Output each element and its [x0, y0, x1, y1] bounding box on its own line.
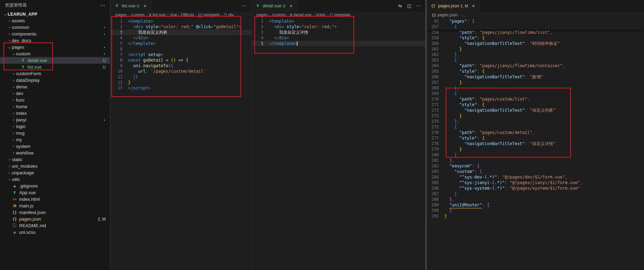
close-icon[interactable]: × [471, 3, 476, 9]
more-actions-icon[interactable]: ⋯ [100, 2, 105, 9]
vscode-window: 资源管理器 ⋯ ⌄LEARUN_APP›assets›common●›compo… [0, 0, 644, 270]
tree-item-workflow[interactable]: ›workflow [0, 150, 110, 156]
breadcrumb-item-pages[interactable]: pages [116, 13, 127, 17]
tree-item-system[interactable]: ›system [0, 143, 110, 150]
breadcrumb-item-pages[interactable]: pages [256, 13, 268, 17]
item-label: utils [12, 177, 20, 182]
tree-item-demo[interactable]: ›demo [0, 84, 110, 90]
tree-item-main-js[interactable]: JSmain.js [0, 202, 110, 209]
tree-item-dev-docs[interactable]: ›dev_docs [0, 37, 110, 44]
code-editor[interactable]: 42 "pages": [257 {258 "path": "pages/jia… [427, 18, 644, 219]
tree-item-unpackage[interactable]: ›unpackage [0, 169, 110, 176]
line-content: </script> [122, 85, 151, 91]
chevron-right-icon: › [7, 177, 12, 182]
breadcrumb-item-template[interactable]: {}template [198, 13, 220, 17]
code-line: 258 "path": "pages/jianyi/flowTime/list"… [427, 30, 644, 35]
breadcrumb-label: pages [256, 13, 268, 17]
vue-file-icon: V [20, 65, 26, 69]
chevron-right-icon: › [7, 25, 12, 30]
code-line: 4 </div> [252, 35, 425, 41]
tree-root-learun-app[interactable]: ⌄LEARUN_APP [0, 11, 110, 17]
tree-item-gitignore[interactable]: ◆.gitignore [0, 183, 110, 189]
tree-item-app-vue[interactable]: VApp.vue [0, 189, 110, 196]
tree-item-assets[interactable]: ›assets [0, 17, 110, 24]
tree-item-list-vue[interactable]: Vlist.vueU [0, 64, 110, 70]
tree-item-utils[interactable]: ›utils [0, 176, 110, 183]
vue-file-icon: V [255, 3, 261, 8]
tree-item-my[interactable]: ›my [0, 136, 110, 143]
close-icon[interactable]: × [288, 3, 294, 9]
line-number: 263 [427, 57, 439, 63]
tree-item-login[interactable]: ›login [0, 123, 110, 130]
tree-item-detail-vue[interactable]: Vdetail.vueU [0, 57, 110, 64]
breadcrumb-label: detail.vue [294, 13, 311, 17]
git-status-badge: 2, M [98, 217, 106, 222]
line-number: 274 [427, 119, 439, 124]
code-editor[interactable]: 1<template>2 <div style="color: red;">3 … [252, 18, 425, 46]
compare-changes-icon[interactable]: ⇆ [397, 3, 404, 8]
tree-item-manifest-json[interactable]: {}manifest.json [0, 209, 110, 216]
chevron-right-icon: › [7, 157, 12, 162]
breadcrumb-item-custom[interactable]: custom [131, 13, 145, 17]
breadcrumb-item-custom[interactable]: custom [272, 13, 286, 17]
tree-item-func[interactable]: ›func [0, 97, 110, 103]
line-number: 5 [252, 41, 263, 46]
item-label: msg [16, 130, 25, 136]
line-content: "path": "pages/jianyi/flowTime/list", [439, 30, 552, 35]
line-content: "style": { [439, 35, 485, 41]
code-line: 3 我是自定义列表 [111, 30, 251, 35]
tab-detail-vue[interactable]: Vdetail.vueU× [252, 0, 297, 11]
tree-item-custom[interactable]: ⌄custom● [0, 50, 110, 57]
breadcrumb-label: div [229, 13, 234, 17]
more-actions-icon[interactable]: ⋯ [415, 3, 422, 8]
close-icon[interactable]: × [142, 3, 148, 9]
breadcrumb-separator-icon: › [146, 13, 148, 17]
breadcrumb-item-template[interactable]: template [330, 13, 350, 17]
git-status-badge: U [103, 65, 106, 70]
line-number: 278 [427, 141, 439, 146]
split-editor-icon[interactable]: ◫ [406, 3, 413, 8]
tab-pages-json[interactable]: {}pages.json2, M× [427, 0, 480, 11]
tree-item-common[interactable]: ›common● [0, 24, 110, 31]
breadcrumb-item-vue-official[interactable]: Vue - Official [170, 13, 194, 17]
chevron-right-icon: › [11, 85, 16, 89]
js-file-icon: JS [12, 204, 17, 208]
tree-item-index-html[interactable]: <>index.html [0, 196, 110, 202]
breadcrumb-item-list-vue[interactable]: Vlist.vue [149, 13, 166, 17]
tree-item-index[interactable]: ›index [0, 110, 110, 117]
explorer-sidebar: 资源管理器 ⋯ ⌄LEARUN_APP›assets›common●›compo… [0, 0, 110, 270]
tree-item-dev[interactable]: ›dev [0, 90, 110, 97]
line-number: 5 [111, 41, 122, 46]
breadcrumb-item-vuter[interactable]: Vuter [316, 13, 326, 17]
tree-item-components[interactable]: ›components● [0, 31, 110, 37]
line-content: "style": { [439, 135, 485, 141]
tree-item-datadisplay[interactable]: ›dataDisplay [0, 77, 110, 84]
tree-item-uni-modules[interactable]: ›uni_modules [0, 163, 110, 169]
tree-item-customform[interactable]: ›customForm [0, 70, 110, 77]
tree-item-readme-md[interactable]: ⓘREADME.md [0, 222, 110, 229]
tree-item-msg[interactable]: ›msg [0, 130, 110, 136]
breadcrumb-item-detail-vue[interactable]: Vdetail.vue [290, 13, 311, 17]
code-line: 11 }) [111, 74, 251, 80]
code-editor[interactable]: 1<template>2 <div style="color: red;" @c… [111, 18, 251, 91]
tab-label: detail.vue [263, 3, 281, 8]
line-number: 4 [252, 35, 263, 41]
line-content: </template> [263, 41, 297, 46]
line-content: "path": "pages/custom/list", [439, 96, 530, 102]
breadcrumb-item-[interactable]: … [462, 13, 466, 17]
line-content: "^sys-jianyi-(.*)": "@/pages/jianyi/$1/f… [439, 180, 582, 185]
more-actions-icon[interactable]: ⋯ [241, 3, 248, 8]
tab-list-vue[interactable]: Vlist.vueU× [111, 0, 152, 11]
line-content: "navigationBarTitleText": "时间组件验证" [439, 41, 560, 46]
tree-item-pages[interactable]: ⌄pages● [0, 44, 110, 50]
html-file-icon: <> [12, 197, 17, 201]
tree-item-uni-scss[interactable]: ◉uni.scss [0, 229, 110, 236]
tree-item-pages-json[interactable]: {}pages.json2, M [0, 216, 110, 222]
tree-item-static[interactable]: ›static [0, 156, 110, 163]
tree-item-jianyi[interactable]: ›jianyi● [0, 117, 110, 123]
breadcrumb-item-pages-json[interactable]: {}pages.json [432, 13, 458, 17]
breadcrumb-item-div[interactable]: div [224, 13, 234, 17]
tree-item-home[interactable]: ›home [0, 103, 110, 110]
breadcrumbs: pages›custom›Vlist.vue›Vue - Official›{}… [111, 11, 251, 18]
item-label: index.html [19, 197, 40, 202]
